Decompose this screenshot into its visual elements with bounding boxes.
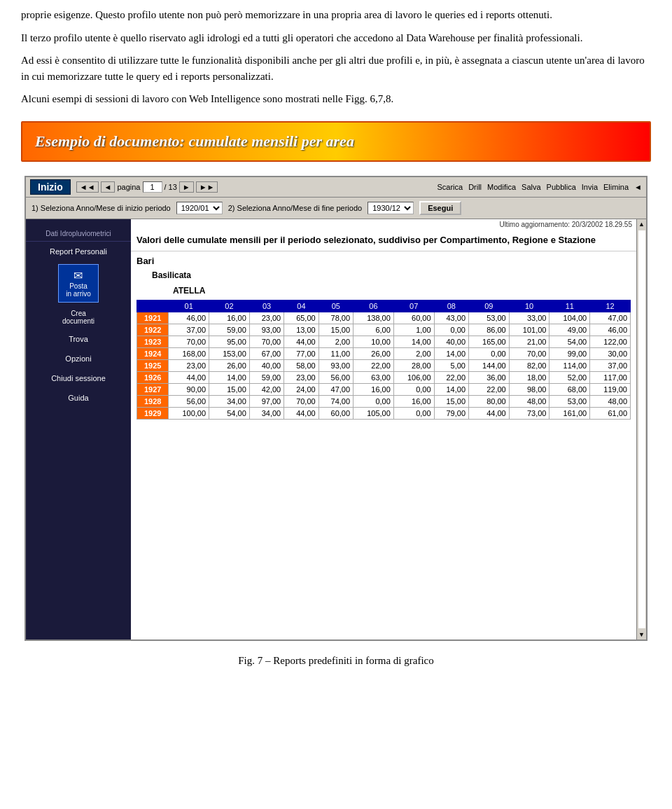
sidebar-item-chiudi[interactable]: Chiudi sessione xyxy=(26,368,131,388)
fig-caption: Fig. 7 – Reports predefiniti in forma di… xyxy=(21,655,651,667)
nav-next-button[interactable]: ► xyxy=(179,181,194,193)
prompt-select2[interactable]: 1930/12 xyxy=(368,202,414,214)
paragraph-4: Alcuni esempi di sessioni di lavoro con … xyxy=(21,91,651,107)
nav-first-button[interactable]: ◄◄ xyxy=(76,181,99,193)
data-cell: 56,00 xyxy=(169,395,209,407)
data-cell: 48,00 xyxy=(509,395,550,407)
data-table: 01 02 03 04 05 06 07 08 09 10 11 xyxy=(136,300,631,420)
scarica-button[interactable]: Scarica xyxy=(437,183,463,191)
data-cell: 14,00 xyxy=(434,383,468,395)
data-cell: 16,00 xyxy=(354,383,394,395)
col-header-03: 03 xyxy=(249,300,284,312)
pubblica-button[interactable]: Pubblica xyxy=(547,183,576,191)
table-row: 192370,0095,0070,0044,002,0010,0014,0040… xyxy=(137,336,631,347)
esegui-button[interactable]: Esegui xyxy=(419,201,461,215)
sidebar-crea-button[interactable]: Crea documenti xyxy=(59,305,98,329)
update-bar: Ultimo aggiornamento: 20/3/2002 18.29.55 xyxy=(131,219,636,230)
scroll-up[interactable]: ▲ xyxy=(637,219,646,229)
sidebar-item-opzioni[interactable]: Opzioni xyxy=(26,349,131,368)
sidebar: Dati Idropluviometrici Report Personali … xyxy=(26,219,131,639)
data-cell: 48,00 xyxy=(590,395,631,407)
banner-text: Esempio di documento: cumulate mensili p… xyxy=(35,132,354,150)
data-cell: 28,00 xyxy=(393,359,434,371)
data-cell: 70,00 xyxy=(169,336,209,347)
report-location: ATELLA xyxy=(131,283,636,298)
data-cell: 0,00 xyxy=(434,324,468,336)
table-header-row: 01 02 03 04 05 06 07 08 09 10 11 xyxy=(137,300,631,312)
data-cell: 74,00 xyxy=(318,395,353,407)
col-header-12: 12 xyxy=(590,300,631,312)
col-header-06: 06 xyxy=(354,300,394,312)
data-cell: 47,00 xyxy=(318,383,353,395)
data-cell: 33,00 xyxy=(509,312,550,324)
page-separator: / xyxy=(164,183,167,191)
col-header-10: 10 xyxy=(509,300,550,312)
sidebar-item-guida[interactable]: Guida xyxy=(26,388,131,408)
page-input[interactable] xyxy=(143,181,162,193)
data-cell: 106,00 xyxy=(393,371,434,383)
scrollbar[interactable]: ▲ ▼ xyxy=(636,219,646,639)
data-cell: 60,00 xyxy=(393,312,434,324)
year-cell: 1928 xyxy=(137,395,169,407)
data-cell: 16,00 xyxy=(209,312,250,324)
elimina-button[interactable]: Elimina xyxy=(603,183,629,191)
year-cell: 1929 xyxy=(137,407,169,419)
data-cell: 114,00 xyxy=(550,359,590,371)
data-cell: 100,00 xyxy=(169,407,209,419)
data-cell: 59,00 xyxy=(209,324,250,336)
data-cell: 40,00 xyxy=(249,359,284,371)
col-header-02: 02 xyxy=(209,300,250,312)
data-cell: 43,00 xyxy=(434,312,468,324)
report-title: Valori delle cumulate mensili per il per… xyxy=(131,230,636,251)
data-cell: 15,00 xyxy=(209,383,250,395)
table-row: 192237,0059,0093,0013,0015,006,001,000,0… xyxy=(137,324,631,336)
page-total: 13 xyxy=(169,183,177,191)
nav-prev-button[interactable]: ◄ xyxy=(101,181,115,193)
data-cell: 161,00 xyxy=(550,407,590,419)
data-cell: 46,00 xyxy=(590,324,631,336)
col-header-11: 11 xyxy=(550,300,590,312)
table-row: 192856,0034,0097,0070,0074,000,0016,0015… xyxy=(137,395,631,407)
data-cell: 101,00 xyxy=(509,324,550,336)
modifica-button[interactable]: Modifica xyxy=(487,183,516,191)
col-header-05: 05 xyxy=(318,300,353,312)
sidebar-posta-button[interactable]: ✉ Posta in arrivo xyxy=(58,264,99,303)
data-cell: 70,00 xyxy=(509,347,550,359)
data-cell: 67,00 xyxy=(249,347,284,359)
data-cell: 18,00 xyxy=(509,371,550,383)
year-cell: 1927 xyxy=(137,383,169,395)
banner: Esempio di documento: cumulate mensili p… xyxy=(21,121,651,162)
data-cell: 98,00 xyxy=(509,383,550,395)
invia-button[interactable]: Invia xyxy=(582,183,598,191)
data-cell: 73,00 xyxy=(509,407,550,419)
data-cell: 42,00 xyxy=(249,383,284,395)
table-wrap: 01 02 03 04 05 06 07 08 09 10 11 xyxy=(131,298,636,425)
nav-last-button[interactable]: ►► xyxy=(196,181,218,193)
data-cell: 46,00 xyxy=(169,312,209,324)
data-cell: 53,00 xyxy=(550,395,590,407)
data-cell: 37,00 xyxy=(590,359,631,371)
sidebar-item-report-personali[interactable]: Report Personali xyxy=(26,242,131,261)
data-cell: 93,00 xyxy=(318,359,353,371)
sidebar-item-trova[interactable]: Trova xyxy=(26,329,131,349)
data-cell: 61,00 xyxy=(590,407,631,419)
main-area: Dati Idropluviometrici Report Personali … xyxy=(26,219,646,639)
data-cell: 70,00 xyxy=(284,395,318,407)
col-header-04: 04 xyxy=(284,300,318,312)
inizio-button[interactable]: Inizio xyxy=(30,179,71,195)
data-cell: 6,00 xyxy=(354,324,394,336)
table-row: 192644,0014,0059,0023,0056,0063,00106,00… xyxy=(137,371,631,383)
data-cell: 44,00 xyxy=(469,407,510,419)
data-cell: 14,00 xyxy=(209,371,250,383)
data-cell: 15,00 xyxy=(434,395,468,407)
salva-button[interactable]: Salva xyxy=(522,183,541,191)
data-cell: 22,00 xyxy=(434,371,468,383)
data-cell: 16,00 xyxy=(393,395,434,407)
data-cell: 44,00 xyxy=(284,407,318,419)
data-cell: 104,00 xyxy=(550,312,590,324)
toolbar: Inizio ◄◄ ◄ pagina / 13 ► ►► Scarica Dri… xyxy=(26,177,646,198)
data-cell: 58,00 xyxy=(284,359,318,371)
drill-button[interactable]: Drill xyxy=(468,183,482,191)
scroll-down[interactable]: ▼ xyxy=(637,630,646,639)
prompt-select1[interactable]: 1920/01 xyxy=(176,202,223,214)
